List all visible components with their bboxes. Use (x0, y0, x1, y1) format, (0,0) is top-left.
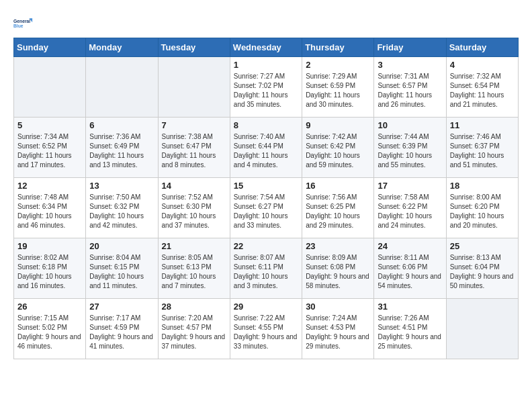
day-info: Sunrise: 8:04 AMSunset: 6:15 PMDaylight:… (89, 253, 154, 291)
day-number: 30 (306, 302, 370, 312)
day-info: Sunrise: 7:52 AMSunset: 6:30 PMDaylight:… (162, 193, 226, 230)
day-info: Sunrise: 7:24 AMSunset: 4:53 PMDaylight:… (306, 314, 370, 351)
day-cell: 6Sunrise: 7:36 AMSunset: 6:49 PMDaylight… (86, 118, 158, 178)
calendar-table: SundayMondayTuesdayWednesdayThursdayFrid… (13, 38, 519, 359)
day-cell: 21Sunrise: 8:05 AMSunset: 6:13 PMDayligh… (158, 238, 230, 299)
day-info: Sunrise: 7:36 AMSunset: 6:49 PMDaylight:… (89, 132, 154, 170)
day-info: Sunrise: 7:40 AMSunset: 6:44 PMDaylight:… (234, 132, 298, 170)
day-number: 3 (378, 60, 442, 70)
weekday-header-monday: Monday (86, 38, 158, 57)
day-info: Sunrise: 7:31 AMSunset: 6:57 PMDaylight:… (378, 72, 442, 109)
day-info: Sunrise: 7:48 AMSunset: 6:34 PMDaylight:… (17, 193, 82, 230)
day-number: 19 (17, 241, 82, 251)
day-cell: 7Sunrise: 7:38 AMSunset: 6:47 PMDaylight… (158, 118, 230, 178)
day-info: Sunrise: 7:56 AMSunset: 6:25 PMDaylight:… (306, 193, 370, 230)
day-number: 7 (162, 120, 226, 130)
day-number: 26 (17, 302, 82, 312)
day-number: 16 (306, 181, 370, 191)
day-info: Sunrise: 8:09 AMSunset: 6:08 PMDaylight:… (306, 253, 370, 291)
day-number: 13 (89, 181, 154, 191)
day-cell (86, 57, 158, 118)
svg-text:General: General (13, 19, 30, 24)
day-cell: 20Sunrise: 8:04 AMSunset: 6:15 PMDayligh… (86, 238, 158, 299)
day-info: Sunrise: 7:42 AMSunset: 6:42 PMDaylight:… (306, 132, 370, 170)
day-cell: 24Sunrise: 8:11 AMSunset: 6:06 PMDayligh… (374, 238, 446, 299)
day-cell: 26Sunrise: 7:15 AMSunset: 5:02 PMDayligh… (14, 299, 86, 359)
day-cell: 25Sunrise: 8:13 AMSunset: 6:04 PMDayligh… (446, 238, 518, 299)
day-cell: 18Sunrise: 8:00 AMSunset: 6:20 PMDayligh… (446, 178, 518, 238)
day-number: 15 (234, 181, 298, 191)
week-row-3: 12Sunrise: 7:48 AMSunset: 6:34 PMDayligh… (14, 178, 519, 238)
week-row-5: 26Sunrise: 7:15 AMSunset: 5:02 PMDayligh… (14, 299, 519, 359)
day-number: 5 (17, 120, 82, 130)
day-cell: 22Sunrise: 8:07 AMSunset: 6:11 PMDayligh… (230, 238, 302, 299)
day-info: Sunrise: 7:50 AMSunset: 6:32 PMDaylight:… (89, 193, 154, 230)
day-cell: 29Sunrise: 7:22 AMSunset: 4:55 PMDayligh… (230, 299, 302, 359)
day-info: Sunrise: 7:44 AMSunset: 6:39 PMDaylight:… (378, 132, 442, 170)
day-number: 24 (378, 241, 442, 251)
day-number: 23 (306, 241, 370, 251)
day-number: 2 (306, 60, 370, 70)
day-number: 25 (450, 241, 515, 251)
day-info: Sunrise: 7:26 AMSunset: 4:51 PMDaylight:… (378, 314, 442, 351)
day-cell: 30Sunrise: 7:24 AMSunset: 4:53 PMDayligh… (302, 299, 374, 359)
day-number: 22 (234, 241, 298, 251)
day-info: Sunrise: 8:07 AMSunset: 6:11 PMDaylight:… (234, 253, 298, 291)
day-cell: 28Sunrise: 7:20 AMSunset: 4:57 PMDayligh… (158, 299, 230, 359)
day-cell (158, 57, 230, 118)
week-row-2: 5Sunrise: 7:34 AMSunset: 6:52 PMDaylight… (14, 118, 519, 178)
day-info: Sunrise: 8:00 AMSunset: 6:20 PMDaylight:… (450, 193, 515, 230)
weekday-header-friday: Friday (374, 38, 446, 57)
day-info: Sunrise: 8:02 AMSunset: 6:18 PMDaylight:… (17, 253, 82, 291)
day-info: Sunrise: 8:11 AMSunset: 6:06 PMDaylight:… (378, 253, 442, 291)
weekday-header-thursday: Thursday (302, 38, 374, 57)
day-cell (446, 299, 518, 359)
week-row-4: 19Sunrise: 8:02 AMSunset: 6:18 PMDayligh… (14, 238, 519, 299)
day-cell: 11Sunrise: 7:46 AMSunset: 6:37 PMDayligh… (446, 118, 518, 178)
day-number: 12 (17, 181, 82, 191)
day-number: 8 (234, 120, 298, 130)
weekday-header-sunday: Sunday (14, 38, 86, 57)
day-cell: 16Sunrise: 7:56 AMSunset: 6:25 PMDayligh… (302, 178, 374, 238)
day-number: 9 (306, 120, 370, 130)
day-info: Sunrise: 7:17 AMSunset: 4:59 PMDaylight:… (89, 314, 154, 351)
day-info: Sunrise: 7:15 AMSunset: 5:02 PMDaylight:… (17, 314, 82, 351)
day-info: Sunrise: 7:46 AMSunset: 6:37 PMDaylight:… (450, 132, 515, 170)
day-number: 10 (378, 120, 442, 130)
day-cell: 12Sunrise: 7:48 AMSunset: 6:34 PMDayligh… (14, 178, 86, 238)
day-cell: 5Sunrise: 7:34 AMSunset: 6:52 PMDaylight… (14, 118, 86, 178)
day-number: 4 (450, 60, 515, 70)
day-cell: 1Sunrise: 7:27 AMSunset: 7:02 PMDaylight… (230, 57, 302, 118)
svg-text:Blue: Blue (13, 24, 24, 28)
day-info: Sunrise: 7:29 AMSunset: 6:59 PMDaylight:… (306, 72, 370, 109)
day-cell: 2Sunrise: 7:29 AMSunset: 6:59 PMDaylight… (302, 57, 374, 118)
day-info: Sunrise: 7:38 AMSunset: 6:47 PMDaylight:… (162, 132, 226, 170)
day-cell: 10Sunrise: 7:44 AMSunset: 6:39 PMDayligh… (374, 118, 446, 178)
weekday-header-row: SundayMondayTuesdayWednesdayThursdayFrid… (14, 38, 519, 57)
day-number: 21 (162, 241, 226, 251)
day-cell: 4Sunrise: 7:32 AMSunset: 6:54 PMDaylight… (446, 57, 518, 118)
day-cell: 27Sunrise: 7:17 AMSunset: 4:59 PMDayligh… (86, 299, 158, 359)
day-cell: 19Sunrise: 8:02 AMSunset: 6:18 PMDayligh… (14, 238, 86, 299)
day-number: 31 (378, 302, 442, 312)
day-cell: 8Sunrise: 7:40 AMSunset: 6:44 PMDaylight… (230, 118, 302, 178)
day-info: Sunrise: 7:22 AMSunset: 4:55 PMDaylight:… (234, 314, 298, 351)
day-number: 29 (234, 302, 298, 312)
weekday-header-saturday: Saturday (446, 38, 518, 57)
weekday-header-tuesday: Tuesday (158, 38, 230, 57)
day-info: Sunrise: 7:20 AMSunset: 4:57 PMDaylight:… (162, 314, 226, 351)
day-number: 20 (89, 241, 154, 251)
logo: GeneralBlue (13, 13, 36, 34)
day-info: Sunrise: 8:13 AMSunset: 6:04 PMDaylight:… (450, 253, 515, 291)
day-info: Sunrise: 7:27 AMSunset: 7:02 PMDaylight:… (234, 72, 298, 109)
day-cell: 13Sunrise: 7:50 AMSunset: 6:32 PMDayligh… (86, 178, 158, 238)
day-info: Sunrise: 7:54 AMSunset: 6:27 PMDaylight:… (234, 193, 298, 230)
day-cell: 31Sunrise: 7:26 AMSunset: 4:51 PMDayligh… (374, 299, 446, 359)
day-cell: 17Sunrise: 7:58 AMSunset: 6:22 PMDayligh… (374, 178, 446, 238)
day-number: 1 (234, 60, 298, 70)
day-number: 6 (89, 120, 154, 130)
day-number: 17 (378, 181, 442, 191)
day-number: 28 (162, 302, 226, 312)
day-cell: 3Sunrise: 7:31 AMSunset: 6:57 PMDaylight… (374, 57, 446, 118)
day-number: 11 (450, 120, 515, 130)
